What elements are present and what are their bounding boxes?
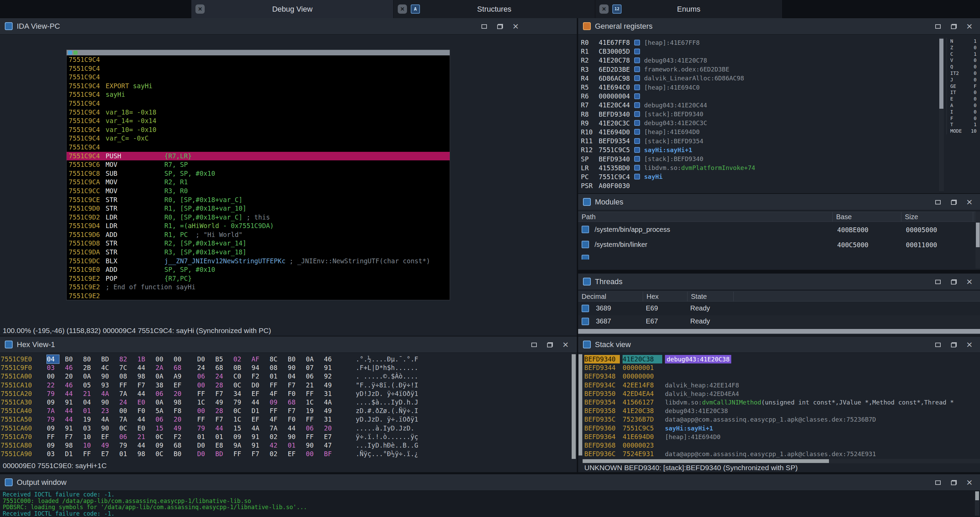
disasm-line[interactable]: 7551C9C4var_14= -0x14	[67, 116, 450, 126]
hex-byte[interactable]: 34	[233, 389, 251, 398]
scrollbar-thumb[interactable]	[939, 38, 943, 109]
stack-value[interactable]: 00000001	[622, 364, 665, 372]
float-button[interactable]	[948, 277, 959, 287]
scrollbar-thumb[interactable]	[975, 491, 979, 500]
hex-byte[interactable]: 90	[101, 372, 119, 381]
hex-byte[interactable]: 7A	[119, 389, 137, 398]
hex-byte[interactable]: 4C	[101, 364, 119, 372]
hex-byte[interactable]: 19	[83, 415, 101, 424]
disasm-line[interactable]: 7551C9E0ADDSP, SP, #0x10	[67, 265, 450, 274]
hex-byte[interactable]: 01	[197, 432, 215, 441]
hex-byte[interactable]: 0C	[119, 424, 137, 432]
register-value[interactable]: 41E20C3C	[599, 119, 634, 127]
hex-byte[interactable]: EF	[288, 450, 306, 458]
hex-byte[interactable]: EF	[173, 381, 192, 389]
register-value[interactable]: A00F0030	[599, 182, 634, 190]
flag-row[interactable]: Q0	[950, 64, 977, 70]
hex-byte[interactable]: 06	[156, 389, 173, 398]
disasm-line[interactable]: 7551C9C4var_10= -0x10	[67, 126, 450, 134]
modules-scrollbar[interactable]	[975, 212, 980, 268]
hex-byte[interactable]: 28	[215, 407, 233, 415]
stack-row[interactable]: BEFD934800000000	[584, 372, 980, 381]
hex-byte[interactable]: 4A	[101, 389, 119, 398]
hex-byte[interactable]: 92	[324, 372, 342, 381]
register-row[interactable]: R46D86AC98dalvik_LinearAlloc:6D86AC98	[581, 74, 933, 83]
hex-byte[interactable]: 94	[251, 364, 270, 372]
hex-byte[interactable]: 20	[65, 372, 83, 381]
flag-row[interactable]: F0	[950, 115, 977, 122]
hex-byte[interactable]: E0	[137, 398, 156, 407]
stack-row[interactable]: BEFD936441E694D0[heap]:41E694D0	[584, 432, 980, 441]
hex-byte[interactable]: 31	[324, 389, 342, 398]
hex-byte[interactable]: 8C	[270, 355, 288, 364]
hex-byte[interactable]: 98	[137, 372, 156, 381]
disasm-line[interactable]: 7551C9C8SUBSP, SP, #0x10	[67, 169, 450, 178]
close-button[interactable]: ×	[964, 21, 975, 32]
disasm-line[interactable]: 7551C9DCBLXj__ZN7_JNIEnv12NewStringUTFEP…	[67, 257, 450, 266]
register-value[interactable]: 7551C9C4	[599, 173, 634, 180]
hex-byte[interactable]: F0	[288, 415, 306, 424]
hex-scrollbar[interactable]	[571, 354, 576, 460]
hex-byte[interactable]: 44	[251, 398, 270, 407]
ida-view-titlebar[interactable]: IDA View-PC ×	[0, 18, 577, 35]
register-jump-icon[interactable]	[634, 174, 640, 180]
hex-byte[interactable]: 01	[83, 407, 101, 415]
hex-byte[interactable]: 15	[156, 424, 173, 432]
flag-row[interactable]: A0	[950, 102, 977, 109]
threads-titlebar[interactable]: Threads ×	[578, 274, 980, 290]
hex-byte[interactable]: FF	[270, 381, 288, 389]
hex-byte[interactable]: 15	[233, 424, 251, 432]
column-header-base[interactable]: Base	[833, 212, 901, 222]
stack-row[interactable]: BEFD935C75236B7Ddata@app@com.assassinq.e…	[584, 415, 980, 424]
column-header-path[interactable]: Path	[578, 212, 833, 222]
hex-byte[interactable]: 4A	[324, 398, 342, 407]
register-row[interactable]: R941E20C3Cdebug043:41E20C3C	[581, 119, 933, 128]
register-row[interactable]: R11BEFD9354[stack]:BEFD9354	[581, 136, 933, 145]
hex-byte[interactable]: 44	[65, 407, 83, 415]
hex-byte[interactable]: F2	[173, 432, 192, 441]
hex-byte[interactable]: 44	[65, 389, 83, 398]
float-button[interactable]	[948, 340, 959, 350]
hex-byte[interactable]: 09	[156, 441, 173, 450]
hex-byte[interactable]: 1B	[137, 355, 156, 364]
register-value[interactable]: 41E20C44	[599, 101, 634, 109]
hex-byte[interactable]: 07	[306, 364, 324, 372]
hex-byte[interactable]: FF	[47, 432, 65, 441]
register-jump-icon[interactable]	[634, 102, 640, 108]
hex-byte[interactable]: 5A	[156, 407, 173, 415]
close-button[interactable]: ×	[560, 340, 571, 350]
disasm-line[interactable]: 7551C9C4	[67, 56, 450, 64]
stack-row[interactable]: BEFD93607551C9C5sayHi:sayHi+1	[584, 424, 980, 432]
hex-byte[interactable]: 03	[47, 450, 65, 458]
hex-row[interactable]: 7551CA0000200A9008980AA90624C0F201040692…	[1, 372, 570, 381]
hex-byte[interactable]: 0C	[156, 450, 173, 458]
register-row[interactable]: R241E20C78debug043:41E20C78	[581, 56, 933, 65]
hex-byte[interactable]: 1C	[306, 398, 324, 407]
hex-byte[interactable]: 1C	[197, 398, 215, 407]
hex-byte[interactable]: 49	[324, 407, 342, 415]
hex-row[interactable]: 7551CA507944194A7A440620FFF71CEF4FF0FF31…	[1, 415, 570, 424]
flag-row[interactable]: E0	[950, 96, 977, 102]
hex-row[interactable]: 7551CA9003D1FFE701980CB0D0BDFFF702EF00BF…	[1, 450, 570, 458]
hex-byte[interactable]: F7	[65, 432, 83, 441]
hex-byte[interactable]: 0A	[306, 355, 324, 364]
hex-byte[interactable]: 00	[306, 450, 324, 458]
hex-byte[interactable]: 90	[306, 441, 324, 450]
hex-byte[interactable]: F0	[288, 389, 306, 398]
register-jump-icon[interactable]	[634, 156, 640, 162]
hex-byte[interactable]: 24	[119, 398, 137, 407]
hex-byte[interactable]: D1	[65, 450, 83, 458]
register-jump-icon[interactable]	[634, 147, 640, 153]
float-button[interactable]	[948, 21, 959, 32]
stack-row[interactable]: BEFD935441566127libdvm.so:dvmCallJNIMeth…	[584, 398, 980, 407]
hex-byte[interactable]: 82	[119, 355, 137, 364]
disasm-line[interactable]: 7551C9CCMOVR3, R0	[67, 187, 450, 196]
stack-value[interactable]: 41E20C38	[622, 355, 662, 364]
hex-byte[interactable]: 0C	[156, 432, 173, 441]
flag-row[interactable]: IT20	[950, 70, 977, 77]
register-value[interactable]: 41E694D0	[599, 128, 634, 136]
hex-byte[interactable]: 20	[324, 424, 342, 432]
hex-byte[interactable]: 93	[101, 381, 119, 389]
hex-byte[interactable]: FF	[83, 450, 101, 458]
disasm-line[interactable]: 7551C9D2LDRR0, [SP,#0x18+var_C] ; this	[67, 213, 450, 222]
